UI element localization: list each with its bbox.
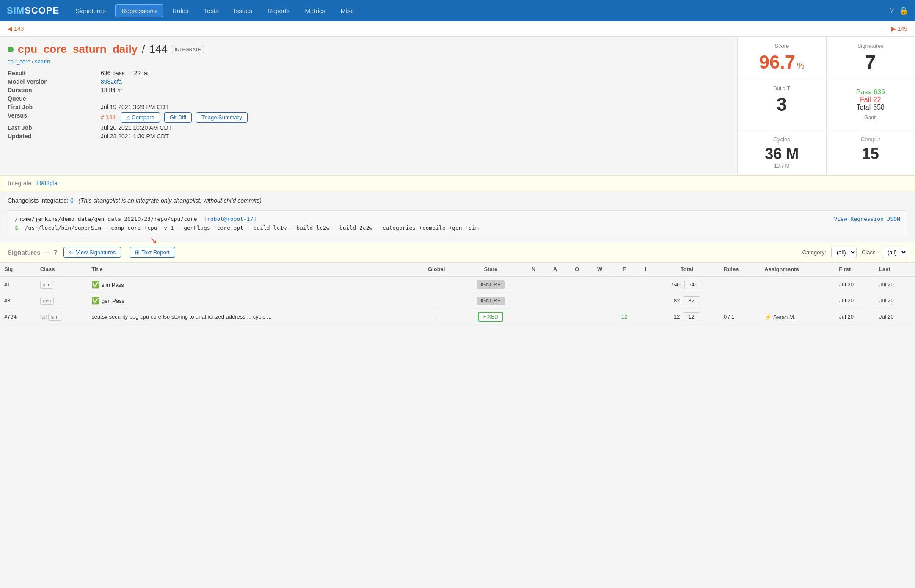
class-cell: fail sim <box>36 309 87 325</box>
versus-link[interactable]: # 143 <box>101 114 116 121</box>
duration-label: Duration <box>8 87 92 93</box>
logo-scope: SCOPE <box>25 5 59 16</box>
result-label: Result <box>8 70 92 77</box>
updated-label: Updated <box>8 133 92 140</box>
build-card: Build T 3 <box>738 79 827 130</box>
next-run-link[interactable]: ▶ 145 <box>891 25 907 32</box>
command-block: View Regression JSON /home/jenkins/demo_… <box>8 210 907 236</box>
sig-id: #3 <box>0 293 36 309</box>
result-value: 636 pass — 22 fail <box>101 70 730 77</box>
o-cell: · <box>566 293 588 309</box>
breadcrumb: cpu_core / saturn <box>8 58 730 65</box>
nav-issues[interactable]: Issues <box>228 5 258 17</box>
versus-value: # 143 △ Compare Git Diff Triage Summary <box>101 112 730 123</box>
col-n: N <box>523 263 544 276</box>
header-section: cpu_core_saturn_daily / 144 INTEGRATE cp… <box>0 37 915 175</box>
pass-fail-detail: Pass 636 Fail 22 Total 658 Gantt <box>834 85 907 124</box>
prev-run-link[interactable]: ◀ 143 <box>8 25 24 32</box>
nav-metrics[interactable]: Metrics <box>299 5 331 17</box>
total-cell: 12 12 <box>654 309 719 325</box>
git-diff-button[interactable]: Git Diff <box>164 112 192 123</box>
signatures-title: Signatures — 7 <box>8 249 58 256</box>
col-first: First <box>835 263 875 276</box>
score-card: Score 96.7 % <box>738 37 827 79</box>
signatures-label: Signatures <box>834 43 907 49</box>
first-job-label: First Job <box>8 104 92 110</box>
command-path: /home/jenkins/demo_data/gen_data_2021072… <box>15 216 197 222</box>
col-last: Last <box>875 263 915 276</box>
f-value: 12 <box>621 313 627 320</box>
model-version-link[interactable]: 8982cfa <box>101 78 122 85</box>
col-a: A <box>544 263 566 276</box>
col-total: Total <box>654 263 719 276</box>
score-unit: % <box>797 61 805 70</box>
view-json-link[interactable]: View Regression JSON <box>834 216 900 222</box>
breadcrumb-link[interactable]: cpu_core <box>8 58 30 65</box>
command-section: View Regression JSON /home/jenkins/demo_… <box>0 210 915 236</box>
lock-icon[interactable]: 🔒 <box>899 6 908 15</box>
last-cell: Jul 20 <box>875 276 915 293</box>
versus-label: Versus <box>8 112 92 123</box>
fail-value: 22 <box>874 96 881 104</box>
class-badge: sim <box>48 313 61 321</box>
cycles-sub: 10.7 M <box>745 163 819 169</box>
assignments-cell: ⚡ Sarah M. <box>760 309 835 325</box>
state-badge: IGNORE <box>477 280 505 289</box>
nav-reports[interactable]: Reports <box>262 5 296 17</box>
gantt-link[interactable]: Gantt <box>864 115 876 121</box>
text-report-button[interactable]: ⊞ Text Report <box>130 247 175 258</box>
build-value: 3 <box>745 94 819 115</box>
changelists-section: Changelists Integrated: 0 (This changeli… <box>0 191 915 210</box>
f-dot: · <box>623 281 625 288</box>
triage-summary-button[interactable]: Triage Summary <box>196 112 248 123</box>
state-badge: IGNORE <box>477 297 505 305</box>
category-select[interactable]: (all) <box>831 247 857 258</box>
class-select[interactable]: (all) <box>882 247 907 258</box>
compute-card: Comput 15 <box>827 130 915 175</box>
model-version-label: Model Version <box>8 78 92 85</box>
nav-rules[interactable]: Rules <box>166 5 194 17</box>
total-cell: 545 545 <box>654 276 719 293</box>
total-label: Total <box>857 104 871 111</box>
state-cell: IGNORE <box>459 293 523 309</box>
class-cell: sim <box>36 276 87 293</box>
help-icon[interactable]: ? <box>890 6 894 15</box>
assignment-value: ⚡ Sarah M. <box>764 314 795 320</box>
table-row: #1 sim ✅ sim Pass . IGNORE · · · · · · 5… <box>0 276 915 293</box>
col-sig: Sig <box>0 263 36 276</box>
global-cell: . <box>414 309 459 325</box>
o-cell: · <box>566 276 588 293</box>
nav-tests[interactable]: Tests <box>198 5 225 17</box>
i-cell: · <box>637 309 654 325</box>
duration-value: 18.84 hr <box>101 87 730 93</box>
breadcrumb-rest: / saturn <box>32 58 50 65</box>
signatures-table: Sig Class Title Global State N A O W F I… <box>0 263 915 325</box>
run-number: 144 <box>149 43 167 56</box>
compare-button[interactable]: △ Compare <box>121 112 160 123</box>
a-cell: · <box>544 309 566 325</box>
title-cell: ✅ sim Pass <box>87 276 414 293</box>
changelists-suffix: (This changelist is an integrate-only ch… <box>78 197 262 204</box>
nav-signatures[interactable]: Signatures <box>69 5 112 17</box>
integrate-hash[interactable]: 8982cfa <box>36 180 58 187</box>
nav-misc[interactable]: Misc <box>335 5 360 17</box>
w-cell: · <box>588 309 612 325</box>
compute-value: 15 <box>834 145 907 163</box>
sig-id: #794 <box>0 309 36 325</box>
nav-regressions[interactable]: Regressions <box>115 4 163 17</box>
score-value-row: 96.7 % <box>745 52 819 73</box>
a-cell: · <box>544 276 566 293</box>
view-signatures-button[interactable]: 🏷 View Signatures <box>63 247 121 258</box>
arrow-container: 🏷 View Signatures <box>63 247 124 258</box>
updated-value: Jul 23 2021 1:30 PM CDT <box>101 133 730 140</box>
last-job-label: Last Job <box>8 124 92 131</box>
navigation: SIMSCOPE Signatures Regressions Rules Te… <box>0 0 915 21</box>
class-cell: gen <box>36 293 87 309</box>
class-badge: sim <box>40 281 53 289</box>
last-cell: Jul 20 <box>875 293 915 309</box>
score-label: Score <box>745 43 819 49</box>
command-path-line: View Regression JSON /home/jenkins/demo_… <box>15 216 900 222</box>
tag-icon: 🏷 <box>69 249 74 256</box>
pass-fail-card: Pass 636 Fail 22 Total 658 Gantt <box>827 79 915 130</box>
pass-label: Pass <box>856 88 871 96</box>
